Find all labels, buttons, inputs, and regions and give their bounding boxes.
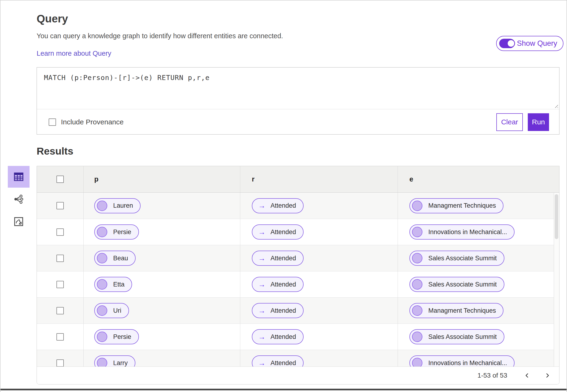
table-view-button[interactable] <box>8 166 30 188</box>
relation-label: Attended <box>270 307 296 314</box>
relation-label: Attended <box>270 359 296 367</box>
map-view-button[interactable] <box>8 211 30 232</box>
relation-arrow-icon: → <box>258 333 266 341</box>
header-checkbox-cell <box>37 166 83 192</box>
entity-label: Etta <box>113 281 124 288</box>
include-provenance-row: Include Provenance <box>49 118 124 126</box>
entity-pill[interactable]: Persie <box>94 329 139 344</box>
clear-button[interactable]: Clear <box>496 113 523 131</box>
toggle-switch-icon[interactable] <box>499 39 515 48</box>
entity-label: Managment Techniques <box>428 307 496 314</box>
graph-view-icon <box>13 194 24 205</box>
query-action-buttons: Clear Run <box>496 113 549 131</box>
node-circle-icon <box>412 305 422 316</box>
row-checkbox-cell <box>37 193 83 219</box>
scrollbar-thumb[interactable] <box>555 194 558 239</box>
relation-pill[interactable]: → Attended <box>252 224 304 239</box>
entity-pill[interactable]: Beau <box>94 251 136 266</box>
show-query-label: Show Query <box>517 39 557 48</box>
row-checkbox[interactable] <box>57 359 64 367</box>
row-checkbox[interactable] <box>57 333 64 341</box>
entity-pill[interactable]: Managment Techniques <box>409 198 504 213</box>
run-button[interactable]: Run <box>528 113 549 131</box>
node-circle-icon <box>412 253 422 263</box>
select-all-checkbox[interactable] <box>57 176 64 183</box>
p-cell: Beau <box>83 245 240 271</box>
chevron-right-icon <box>544 372 551 379</box>
table-row: Persie → Attended Innovations in Mechani… <box>37 219 559 245</box>
relation-pill[interactable]: → Attended <box>252 303 304 318</box>
r-cell: → Attended <box>240 271 398 297</box>
entity-pill[interactable]: Etta <box>94 277 132 292</box>
query-input[interactable]: MATCH (p:Person)-[r]->(e) RETURN p,r,e <box>37 68 559 109</box>
table-scrollbar[interactable] <box>554 193 559 366</box>
node-circle-icon <box>412 332 422 342</box>
entity-label: Sales Associate Summit <box>428 281 497 288</box>
entity-pill[interactable]: Managment Techniques <box>409 303 504 318</box>
results-table-header: p r e <box>37 166 559 193</box>
node-circle-icon <box>97 201 107 211</box>
relation-pill[interactable]: → Attended <box>252 251 304 266</box>
entity-pill[interactable]: Innovations in Mechanical... <box>409 224 515 239</box>
entity-pill[interactable]: Sales Associate Summit <box>409 251 504 266</box>
relation-pill[interactable]: → Attended <box>252 277 304 292</box>
relation-pill[interactable]: → Attended <box>252 329 304 344</box>
entity-label: Sales Associate Summit <box>428 255 497 262</box>
node-circle-icon <box>97 253 107 263</box>
show-query-toggle[interactable]: Show Query <box>496 36 564 51</box>
node-circle-icon <box>412 227 422 237</box>
relation-arrow-icon: → <box>258 228 266 236</box>
query-text: MATCH (p:Person)-[r]->(e) RETURN p,r,e <box>44 74 209 82</box>
entity-label: Persie <box>113 333 131 341</box>
r-cell: → Attended <box>240 324 398 350</box>
relation-arrow-icon: → <box>258 307 266 314</box>
e-cell: Sales Associate Summit <box>398 271 559 297</box>
include-provenance-checkbox[interactable] <box>49 118 56 126</box>
entity-pill[interactable]: Sales Associate Summit <box>409 277 504 292</box>
node-circle-icon <box>97 332 107 342</box>
results-title: Results <box>37 145 73 157</box>
previous-page-button[interactable] <box>522 371 532 380</box>
r-cell: → Attended <box>240 298 398 323</box>
relation-arrow-icon: → <box>258 202 266 209</box>
column-header-r: r <box>240 166 398 192</box>
node-circle-icon <box>412 279 422 290</box>
map-view-icon <box>13 216 24 227</box>
row-checkbox[interactable] <box>57 307 64 314</box>
window-bottom-edge <box>0 389 567 390</box>
resize-handle-icon[interactable] <box>553 103 558 108</box>
table-row: Etta → Attended Sales Associate Summit <box>37 271 559 297</box>
relation-label: Attended <box>270 255 296 262</box>
entity-pill[interactable]: Sales Associate Summit <box>409 329 504 344</box>
learn-more-link[interactable]: Learn more about Query <box>37 50 111 57</box>
query-editor-panel: MATCH (p:Person)-[r]->(e) RETURN p,r,e I… <box>37 67 559 135</box>
node-circle-icon <box>97 227 107 237</box>
entity-pill[interactable]: Persie <box>94 224 139 239</box>
relation-pill[interactable]: → Attended <box>252 198 304 213</box>
graph-view-button[interactable] <box>8 188 30 210</box>
e-cell: Sales Associate Summit <box>398 245 559 271</box>
entity-label: Uri <box>113 307 121 314</box>
entity-pill[interactable]: Uri <box>94 303 129 318</box>
toggle-knob[interactable] <box>507 39 515 47</box>
row-checkbox[interactable] <box>57 202 64 209</box>
table-row: Persie → Attended Sales Associate Summit <box>37 323 559 350</box>
row-checkbox-cell <box>37 219 83 245</box>
column-header-e: e <box>398 166 559 192</box>
p-cell: Persie <box>83 219 240 245</box>
results-table-body: Lauren → Attended Managment Techniques P… <box>37 193 559 376</box>
next-page-button[interactable] <box>543 371 552 380</box>
pagination-bar: 1-53 of 53 <box>37 366 559 384</box>
p-cell: Persie <box>83 324 240 350</box>
row-checkbox[interactable] <box>57 255 64 262</box>
relation-arrow-icon: → <box>258 281 266 288</box>
chevron-left-icon <box>524 372 530 379</box>
row-checkbox[interactable] <box>57 228 64 236</box>
relation-arrow-icon: → <box>258 255 266 262</box>
p-cell: Lauren <box>83 193 240 219</box>
query-description: You can query a knowledge graph to ident… <box>37 32 283 40</box>
r-cell: → Attended <box>240 193 398 219</box>
row-checkbox[interactable] <box>57 281 64 288</box>
r-cell: → Attended <box>240 245 398 271</box>
entity-pill[interactable]: Lauren <box>94 198 141 213</box>
